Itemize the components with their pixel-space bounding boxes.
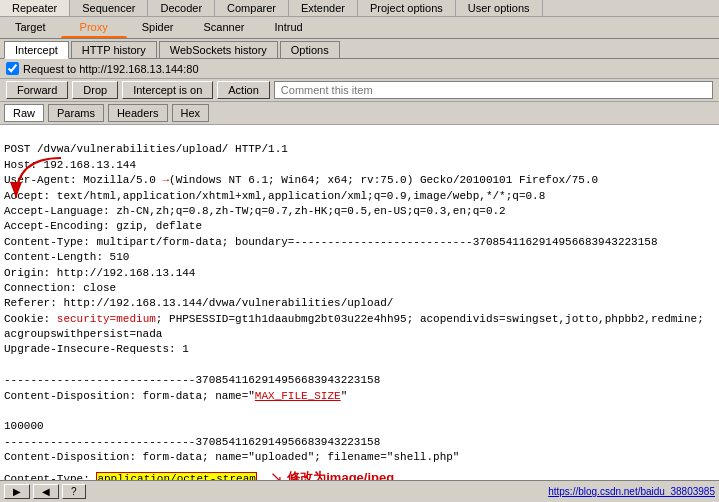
request-line-3: User-Agent: Mozilla/5.0 →(Windows NT 6.1… <box>4 174 598 186</box>
request-line-1: POST /dvwa/vulnerabilities/upload/ HTTP/… <box>4 143 288 155</box>
request-content-disp-1: Content-Disposition: form-data; name="MA… <box>4 390 347 402</box>
drop-button[interactable]: Drop <box>72 81 118 99</box>
csdn-link[interactable]: https://blog.csdn.net/baidu_38803985 <box>548 486 715 497</box>
tab-hex[interactable]: Hex <box>172 104 210 122</box>
request-boundary-2: -----------------------------37085411629… <box>4 436 380 448</box>
request-content-area: POST /dvwa/vulnerabilities/upload/ HTTP/… <box>0 125 719 480</box>
intercept-button[interactable]: Intercept is on <box>122 81 213 99</box>
menu-decoder[interactable]: Decoder <box>148 0 215 16</box>
menu-sequencer[interactable]: Sequencer <box>70 0 148 16</box>
tab-scanner[interactable]: Scanner <box>189 17 260 38</box>
request-line-2: Host: 192.168.13.144 <box>4 159 136 171</box>
request-line-13: acgroupswithpersist=nada <box>4 328 162 340</box>
action-toolbar: Forward Drop Intercept is on Action <box>0 79 719 102</box>
tab-bar-secondary: Intercept HTTP history WebSockets histor… <box>0 39 719 59</box>
tab-spider[interactable]: Spider <box>127 17 189 38</box>
menu-user-options[interactable]: User options <box>456 0 543 16</box>
request-label: Request to http://192.168.13.144:80 <box>23 63 199 75</box>
back-button[interactable]: ◀ <box>33 484 59 499</box>
tab-params[interactable]: Params <box>48 104 104 122</box>
menu-repeater[interactable]: Repeater <box>0 0 70 16</box>
tab-intercept[interactable]: Intercept <box>4 41 69 59</box>
tab-proxy[interactable]: Proxy <box>61 17 127 38</box>
request-content-type-line: Content-Type: application/octet-stream ↘… <box>4 473 394 480</box>
forward-button[interactable]: Forward <box>6 81 68 99</box>
tab-http-history[interactable]: HTTP history <box>71 41 157 58</box>
intercept-checkbox[interactable] <box>6 62 19 75</box>
request-toolbar: Request to http://192.168.13.144:80 <box>0 59 719 79</box>
tab-bar-primary: Target Proxy Spider Scanner Intrud <box>0 17 719 39</box>
tab-target[interactable]: Target <box>0 17 61 38</box>
tab-intruder[interactable]: Intrud <box>259 17 317 38</box>
tab-headers[interactable]: Headers <box>108 104 168 122</box>
menu-project-options[interactable]: Project options <box>358 0 456 16</box>
action-button[interactable]: Action <box>217 81 270 99</box>
request-blank-1 <box>4 359 11 371</box>
comment-input[interactable] <box>274 81 713 99</box>
request-text[interactable]: POST /dvwa/vulnerabilities/upload/ HTTP/… <box>0 125 719 480</box>
request-line-6: Accept-Encoding: gzip, deflate <box>4 220 202 232</box>
request-line-11: Referer: http://192.168.13.144/dvwa/vuln… <box>4 297 393 309</box>
request-line-4: Accept: text/html,application/xhtml+xml,… <box>4 190 545 202</box>
request-blank-2 <box>4 405 11 417</box>
menu-comparer[interactable]: Comparer <box>215 0 289 16</box>
request-line-5: Accept-Language: zh-CN,zh;q=0.8,zh-TW;q=… <box>4 205 506 217</box>
request-line-7: Content-Type: multipart/form-data; bound… <box>4 236 658 248</box>
tab-options[interactable]: Options <box>280 41 340 58</box>
request-line-8: Content-Length: 510 <box>4 251 129 263</box>
request-content-disp-2: Content-Disposition: form-data; name="up… <box>4 451 459 463</box>
tab-raw[interactable]: Raw <box>4 104 44 122</box>
request-value-1: 100000 <box>4 420 44 432</box>
request-boundary-1: -----------------------------37085411629… <box>4 374 380 386</box>
menu-extender[interactable]: Extender <box>289 0 358 16</box>
menu-bar: Repeater Sequencer Decoder Comparer Exte… <box>0 0 719 17</box>
request-line-9: Origin: http://192.168.13.144 <box>4 267 195 279</box>
bottom-bar: ▶ ◀ ? https://blog.csdn.net/baidu_388039… <box>0 480 719 502</box>
tab-websockets-history[interactable]: WebSockets history <box>159 41 278 58</box>
request-line-10: Connection: close <box>4 282 116 294</box>
request-line-14: Upgrade-Insecure-Requests: 1 <box>4 343 189 355</box>
help-button[interactable]: ? <box>62 484 86 499</box>
play-button[interactable]: ▶ <box>4 484 30 499</box>
format-tab-bar: Raw Params Headers Hex <box>0 102 719 125</box>
request-line-12: Cookie: security=medium; PHPSESSID=gt1h1… <box>4 313 704 325</box>
